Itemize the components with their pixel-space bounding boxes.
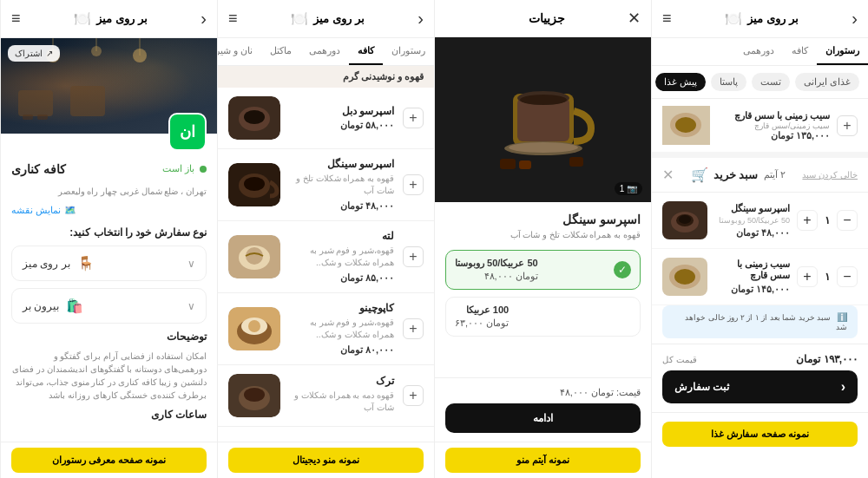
option-1-price: تومان ۴۸,۰۰۰ — [455, 271, 538, 282]
item-add-btn-5[interactable]: + — [403, 385, 424, 406]
working-hours-title: ساعات کاری — [11, 409, 207, 421]
order-option-1-label: بر روی میز — [23, 258, 70, 270]
item-add-btn-4[interactable]: + — [403, 318, 424, 339]
bag-icon: 🛍️ — [66, 298, 83, 314]
item-2-img — [228, 163, 280, 206]
tab-party[interactable]: دورهمی — [734, 38, 783, 65]
pill-pasta[interactable]: پاستا — [711, 73, 746, 91]
item-3-desc: قهوه،شیر و فوم شیر به همراه شکلات و شک.. — [289, 245, 394, 269]
svg-point-16 — [509, 142, 578, 153]
cart-header: خالی کردن سبد ۲ آیتم سبد خرید 🛒 ✕ — [652, 158, 868, 193]
menu-item-latte: + لته قهوه،شیر و فوم شیر به همراه شکلات … — [218, 221, 434, 293]
p4-back-icon[interactable]: ‹ — [201, 9, 207, 29]
p3-tab-cafe[interactable]: کافه — [349, 38, 383, 65]
item-add-btn-3[interactable]: + — [403, 246, 424, 267]
modal-close-inline[interactable]: ✕ — [628, 9, 641, 28]
food-name: سیب زمینی با سس قارچ — [717, 110, 830, 121]
qty-minus-btn-2[interactable]: − — [837, 266, 858, 287]
header-title: بر روی میز — [747, 12, 798, 25]
cart-title: سبد خرید — [713, 168, 759, 181]
item-add-btn-1[interactable]: + — [403, 108, 424, 128]
demo-label-text-4: نمونه صفحه معرفی رستوران — [11, 448, 207, 473]
panel-restaurant-profile: ‹ بر روی میز 🍽️ ≡ — [0, 0, 217, 478]
qty-stepper-1: − ۱ + — [797, 210, 858, 231]
footer-price: قیمت: تومان ۴۸,۰۰۰ — [445, 387, 641, 398]
map-button[interactable]: 🗺️ نمایش نقشه — [11, 205, 207, 216]
option-row-1[interactable]: ✓ 50 عربیکا/50 روبوستا تومان ۴۸,۰۰۰ — [445, 250, 641, 290]
item-add-btn-2[interactable]: + — [403, 174, 424, 195]
svg-point-25 — [244, 177, 265, 191]
counter-icon: 📷 — [627, 184, 637, 193]
p3-tab-mocktail[interactable]: ماکتل — [261, 38, 300, 65]
total-price: ۱۹۳,۰۰۰ تومان — [796, 353, 858, 365]
p3-tab-restaurant[interactable]: رستوران — [383, 38, 434, 65]
order-option-2-label: بیرون بر — [23, 300, 59, 312]
svg-rect-37 — [18, 90, 53, 116]
food-sub: سیب زمینی/سس قارچ — [717, 121, 830, 130]
p3-tab-bread[interactable]: نان و شیرینی — [218, 38, 261, 65]
item-3-price: ۸۵,۰۰۰ تومان — [289, 272, 394, 284]
item-1-info: اسپرسو دبل ۵۸,۰۰۰ تومان — [289, 105, 394, 131]
svg-point-32 — [248, 320, 260, 332]
pill-iraqi[interactable]: غذای ایرانی — [795, 73, 859, 91]
p4-menu-icon[interactable]: ≡ — [11, 10, 21, 28]
cart-close-btn[interactable]: ✕ — [662, 167, 674, 183]
item-1-price: ۵۸,۰۰۰ تومان — [289, 120, 394, 131]
cart-item-1-img — [662, 201, 707, 239]
cart-empty-link[interactable]: خالی کردن سبد — [802, 170, 858, 180]
cart-item-espresso: − ۱ + اسپرسو سینگل 50 عربیکا/50 روبوستا … — [652, 193, 868, 249]
item-4-price: ۸۰,۰۰۰ تومان — [289, 344, 394, 356]
panel2-header: ✕ جزییات — [435, 0, 651, 37]
option-1-name: 50 عربیکا/50 روبوستا — [455, 258, 538, 269]
panel2-title: جزییات — [529, 11, 565, 25]
modal-footer: قیمت: تومان ۴۸,۰۰۰ ادامه — [435, 377, 651, 442]
cart-item-1-price: ۴۸,۰۰۰ تومان — [714, 227, 790, 239]
pill-starter[interactable]: پیش غذا — [655, 73, 706, 91]
menu-item-espresso-double: + اسپرسو دبل ۵۸,۰۰۰ تومان — [218, 88, 434, 149]
cart-item-2-img — [662, 258, 707, 296]
cart-item-2-price: ۱۴۵,۰۰۰ تومان — [714, 284, 790, 295]
desc-section: توضیحات امکان استفاده از فضایی آرام برای… — [11, 331, 207, 402]
panel-digital-menu: ‹ بر روی میز 🍽️ ≡ رستوران کافه دورهمی ما… — [217, 0, 434, 478]
panel1-header: ‹ بر روی میز 🍽️ ≡ — [652, 0, 868, 38]
pill-test[interactable]: تست — [752, 73, 790, 91]
p3-tab-party[interactable]: دورهمی — [300, 38, 349, 65]
p4-header-title: بر روی میز — [96, 12, 147, 25]
chevron-down-icon-2: ∨ — [187, 300, 195, 312]
item-1-name: اسپرسو دبل — [289, 105, 394, 117]
p3-header-title: بر روی میز — [313, 12, 364, 25]
share-button[interactable]: ↗ اشتراک — [8, 45, 60, 62]
checkout-arrow: ‹ — [841, 379, 845, 395]
option-2-info: 100 عربیکا تومان ۶۳,۰۰۰ — [455, 304, 509, 329]
menu-item-turk: + ترک قهوه دمه به همراه شکلات و شات آب — [218, 365, 434, 427]
chair-icon: 🪑 — [77, 255, 95, 272]
tab-restaurant[interactable]: رستوران — [817, 38, 868, 65]
demo-label-3-container: نمونه منو دیجیتال — [218, 442, 434, 478]
food-preview-item: + سیب زمینی با سس قارچ سیب زمینی/سس قارچ… — [652, 99, 868, 153]
back-icon[interactable]: ‹ — [852, 9, 858, 29]
food-add-btn[interactable]: + — [837, 115, 858, 136]
checkout-button[interactable]: ‹ ثبت سفارش — [662, 370, 858, 403]
modal-add-button[interactable]: ادامه — [445, 403, 641, 433]
qty-minus-btn-1[interactable]: − — [837, 210, 858, 231]
qty-plus-btn-2[interactable]: + — [797, 266, 818, 287]
restaurant-address: تهران ، ضلع شمال غربی چهار راه ولیعصر — [11, 185, 207, 198]
option-row-2[interactable]: 100 عربیکا تومان ۶۳,۰۰۰ — [445, 297, 641, 337]
tab-cafe[interactable]: کافه — [783, 38, 817, 65]
demo-label-text-1: نمونه صفحه سفارش غذا — [662, 422, 858, 447]
order-option-takeout[interactable]: ∨ 🛍️ بیرون بر — [11, 288, 207, 324]
p3-menu-icon[interactable]: ≡ — [228, 10, 238, 28]
food-info: سیب زمینی با سس قارچ سیب زمینی/سس قارچ ۱… — [717, 110, 830, 141]
panel-food-order: ‹ بر روی میز 🍽️ ≡ رستوران کافه دورهمی غذ… — [651, 0, 868, 478]
order-option-1-content: 🪑 بر روی میز — [23, 255, 95, 272]
order-option-table[interactable]: ∨ 🪑 بر روی میز — [11, 246, 207, 281]
cart-item-potato: − ۱ + سیب زمینی با سس قارچ ۱۴۵,۰۰۰ تومان — [652, 249, 868, 305]
order-option-2-content: 🛍️ بیرون بر — [23, 298, 83, 314]
option-1-info: 50 عربیکا/50 روبوستا تومان ۴۸,۰۰۰ — [455, 258, 538, 282]
qty-plus-btn-1[interactable]: + — [797, 210, 818, 231]
svg-point-35 — [244, 388, 265, 402]
panel3-tabs: رستوران کافه دورهمی ماکتل نان و شیرینی — [218, 38, 434, 66]
p3-back-icon[interactable]: ‹ — [418, 9, 424, 29]
checkout-label: ثبت سفارش — [674, 381, 729, 393]
menu-icon[interactable]: ≡ — [662, 10, 672, 28]
